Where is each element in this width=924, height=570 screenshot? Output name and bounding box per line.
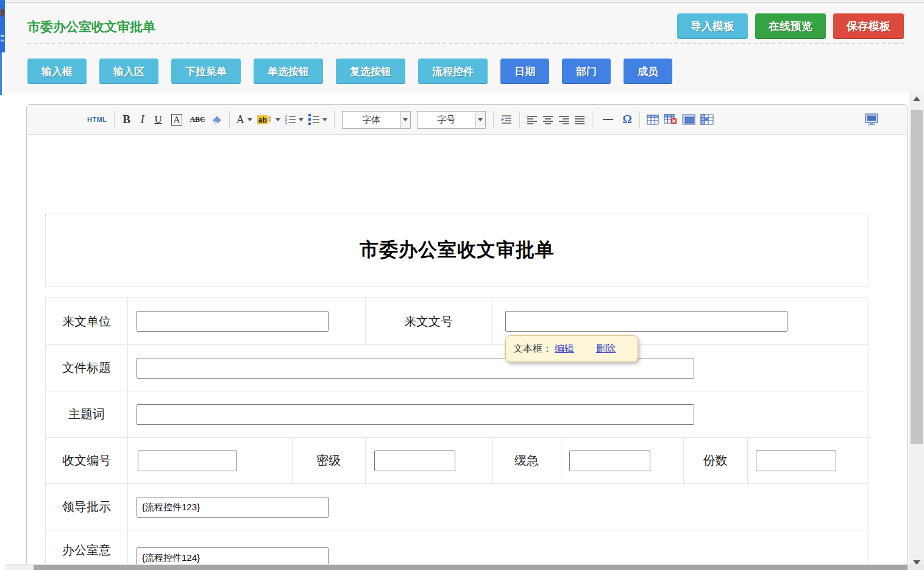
import-template-button[interactable]: 导入模板 — [677, 13, 748, 39]
label-secrecy-level: 密级 — [292, 438, 365, 483]
widget-button-row: 输入框 输入区 下拉菜单 单选按钮 复选按钮 流程控件 日期 部门 成员 — [27, 59, 672, 84]
align-left-icon[interactable] — [524, 110, 540, 129]
editor-toolbar: HTML B I U A ABC A ab✎ 123 字体 — [27, 105, 907, 135]
table-row: 文件标题 — [46, 344, 869, 391]
left-edge-mark — [1, 9, 4, 16]
widget-dropdown-button[interactable]: 下拉菜单 — [171, 59, 241, 84]
eraser-icon[interactable] — [208, 110, 225, 129]
toolbar-separator — [229, 111, 230, 128]
chevron-down-icon — [322, 118, 327, 121]
label-urgency: 缓急 — [492, 438, 561, 483]
unordered-list-icon[interactable] — [306, 110, 330, 129]
tooltip-edit-link[interactable]: 编辑 — [555, 343, 574, 355]
scroll-up-arrow[interactable] — [909, 91, 924, 106]
secrecy-level-input[interactable] — [374, 451, 455, 471]
toolbar-separator — [519, 111, 520, 128]
tooltip-label: 文本框： — [513, 343, 552, 355]
indent-icon[interactable] — [498, 110, 515, 129]
editor-panel: HTML B I U A ABC A ab✎ 123 字体 — [26, 104, 908, 570]
highlight-color-icon[interactable]: ab✎ — [255, 110, 283, 129]
page-title: 市委办公室收文审批单 — [27, 18, 155, 35]
online-preview-button[interactable]: 在线预览 — [755, 13, 826, 39]
vertical-scrollbar-thumb[interactable] — [911, 110, 923, 444]
widget-radio-button[interactable]: 单选按钮 — [254, 59, 323, 84]
delete-table-icon[interactable] — [661, 110, 680, 129]
special-character-icon[interactable]: Ω — [619, 110, 635, 129]
bold-icon[interactable]: B — [119, 110, 135, 129]
html-source-icon[interactable]: HTML — [85, 110, 110, 129]
chevron-down-icon — [475, 112, 485, 128]
toolbar-separator — [334, 111, 335, 128]
vertical-scrollbar[interactable] — [909, 91, 924, 570]
header-panel: 市委办公室收文审批单 导入模板 在线预览 保存模板 输入框 输入区 下拉菜单 单… — [5, 2, 924, 93]
table-row: 主题词 — [46, 391, 869, 437]
widget-flow-control-button[interactable]: 流程控件 — [418, 59, 488, 84]
insert-table-icon[interactable] — [644, 110, 661, 129]
horizontal-rule-icon[interactable] — [597, 110, 619, 129]
receipt-number-input[interactable] — [138, 451, 237, 471]
scrollbar-corner — [908, 564, 924, 570]
font-size-select[interactable]: 字号 — [417, 111, 486, 129]
incoming-unit-input[interactable] — [137, 311, 329, 332]
merge-cells-icon[interactable] — [680, 110, 698, 129]
left-edge-mark — [1, 40, 4, 41]
leader-comments-input[interactable] — [137, 497, 329, 518]
chevron-down-icon — [247, 118, 252, 121]
form-title: 市委办公室收文审批单 — [360, 237, 555, 263]
horizontal-scrollbar-thumb[interactable] — [34, 565, 908, 570]
fullscreen-icon[interactable] — [862, 110, 881, 129]
widget-textarea-button[interactable]: 输入区 — [99, 59, 158, 84]
toolbar-separator — [493, 111, 494, 128]
italic-icon[interactable]: I — [135, 110, 151, 129]
header-divider — [27, 43, 904, 44]
widget-checkbox-button[interactable]: 复选按钮 — [336, 59, 405, 84]
strikethrough-icon[interactable]: ABC — [187, 110, 207, 129]
ordered-list-icon[interactable]: 123 — [283, 110, 306, 129]
page: 市委办公室收文审批单 导入模板 在线预览 保存模板 输入框 输入区 下拉菜单 单… — [0, 0, 924, 570]
label-doc-title: 文件标题 — [46, 345, 127, 391]
urgency-input[interactable] — [569, 451, 650, 471]
label-subject-words: 主题词 — [46, 391, 127, 437]
incoming-doc-number-input[interactable] — [505, 311, 787, 332]
widget-department-button[interactable]: 部门 — [562, 59, 611, 84]
save-template-button[interactable]: 保存模板 — [833, 13, 904, 39]
label-incoming-doc-number: 来文文号 — [365, 298, 492, 344]
window-left-edge-sliver — [0, 52, 2, 95]
chevron-down-icon — [400, 112, 410, 128]
chevron-down-icon — [275, 118, 280, 121]
widget-member-button[interactable]: 成员 — [624, 59, 672, 84]
font-color-icon[interactable]: A — [234, 110, 255, 129]
horizontal-scrollbar[interactable] — [5, 564, 908, 570]
widget-date-button[interactable]: 日期 — [500, 59, 549, 84]
widget-input-box-button[interactable]: 输入框 — [27, 59, 87, 84]
toolbar-separator — [639, 111, 640, 128]
window-left-edge — [0, 0, 5, 52]
form-table: 来文单位 来文文号 文件标题 主题词 — [45, 297, 869, 570]
header-actions: 导入模板 在线预览 保存模板 — [677, 13, 904, 39]
align-center-icon[interactable] — [540, 110, 556, 129]
font-border-icon[interactable]: A — [166, 110, 188, 129]
table-row: 收文编号 密级 缓急 份数 — [46, 437, 869, 483]
align-right-icon[interactable] — [556, 110, 572, 129]
underline-icon[interactable]: U — [151, 110, 166, 129]
tooltip-delete-link[interactable]: 删除 — [596, 343, 616, 355]
label-leader-comments: 领导批示 — [46, 484, 127, 530]
table-properties-icon[interactable] — [698, 110, 716, 129]
copies-input[interactable] — [756, 451, 836, 471]
subject-words-input[interactable] — [137, 404, 694, 425]
table-row: 来文单位 来文文号 — [46, 298, 869, 344]
form-title-cell: 市委办公室收文审批单 — [45, 213, 869, 287]
font-family-select[interactable]: 字体 — [342, 111, 411, 129]
label-incoming-unit: 来文单位 — [46, 298, 127, 344]
table-row: 领导批示 — [46, 483, 869, 530]
left-edge-mark — [1, 35, 4, 37]
label-copies: 份数 — [683, 438, 747, 483]
chevron-down-icon — [299, 118, 304, 121]
justify-icon[interactable] — [572, 110, 588, 129]
toolbar-separator — [114, 111, 115, 128]
label-receipt-number: 收文编号 — [46, 438, 127, 483]
toolbar-separator — [592, 111, 592, 128]
widget-tooltip: 文本框： 编辑 删除 — [505, 335, 638, 362]
